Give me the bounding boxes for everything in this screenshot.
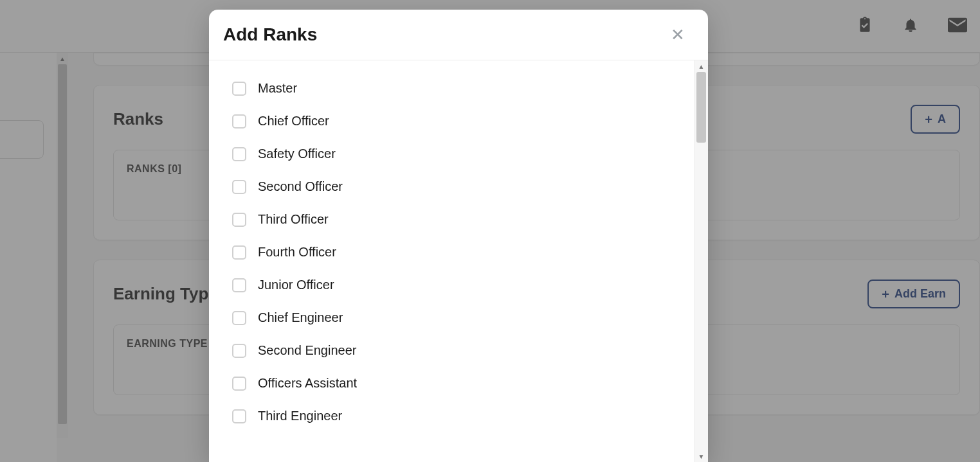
- rank-checkbox[interactable]: [232, 180, 246, 194]
- rank-label: Chief Officer: [258, 114, 329, 129]
- modal-scroll-thumb[interactable]: [696, 72, 706, 143]
- modal-body: MasterChief OfficerSafety OfficerSecond …: [209, 60, 694, 462]
- scroll-arrow-up-icon[interactable]: ▲: [694, 60, 708, 72]
- rank-label: Officers Assistant: [258, 376, 357, 391]
- rank-label: Chief Engineer: [258, 310, 343, 325]
- rank-item: Master: [232, 72, 675, 105]
- scroll-arrow-down-icon[interactable]: ▼: [694, 450, 708, 462]
- rank-checkbox[interactable]: [232, 114, 246, 129]
- rank-checkbox[interactable]: [232, 245, 246, 260]
- rank-checkbox[interactable]: [232, 147, 246, 161]
- rank-item: Third Engineer: [232, 400, 675, 432]
- rank-checkbox[interactable]: [232, 82, 246, 96]
- modal-header: Add Ranks ✕: [209, 10, 708, 60]
- rank-label: Master: [258, 81, 297, 96]
- rank-item: Chief Officer: [232, 105, 675, 138]
- rank-item: Safety Officer: [232, 138, 675, 170]
- rank-item: Third Officer: [232, 203, 675, 236]
- rank-label: Third Engineer: [258, 409, 342, 423]
- rank-checkbox[interactable]: [232, 377, 246, 391]
- close-icon: ✕: [671, 25, 685, 44]
- add-ranks-modal: Add Ranks ✕ MasterChief OfficerSafety Of…: [209, 10, 708, 462]
- rank-item: Junior Officer: [232, 269, 675, 301]
- modal-scrollbar[interactable]: ▲ ▼: [694, 60, 708, 462]
- rank-item: Second Engineer: [232, 334, 675, 367]
- rank-label: Second Engineer: [258, 343, 356, 358]
- rank-checkbox[interactable]: [232, 278, 246, 292]
- rank-checkbox[interactable]: [232, 213, 246, 227]
- rank-label: Junior Officer: [258, 278, 334, 292]
- rank-label: Safety Officer: [258, 147, 336, 161]
- rank-label: Fourth Officer: [258, 245, 336, 260]
- close-button[interactable]: ✕: [666, 24, 690, 46]
- rank-item: Fourth Officer: [232, 236, 675, 269]
- modal-title: Add Ranks: [223, 24, 317, 45]
- rank-item: Second Officer: [232, 170, 675, 203]
- rank-item: Chief Engineer: [232, 301, 675, 334]
- rank-checkbox[interactable]: [232, 311, 246, 325]
- rank-label: Third Officer: [258, 212, 329, 227]
- rank-checkbox[interactable]: [232, 409, 246, 423]
- rank-item: Officers Assistant: [232, 367, 675, 400]
- rank-checkbox[interactable]: [232, 344, 246, 358]
- rank-label: Second Officer: [258, 179, 343, 194]
